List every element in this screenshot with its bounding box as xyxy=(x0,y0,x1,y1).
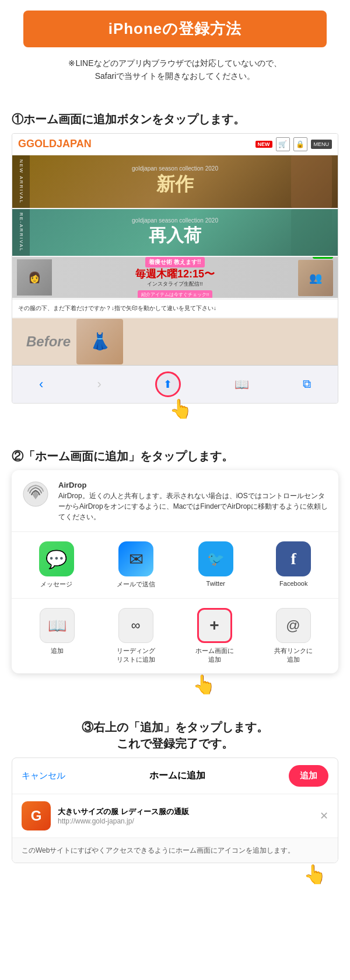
gj-navbar: GGOLDJAPAN NEW 🛒 🔒 MENU xyxy=(12,134,338,155)
mail-app-icon: ✉ xyxy=(118,541,153,576)
step3-label: ③右上の「追加」をタップします。 これで登録完了です。 xyxy=(12,719,338,752)
twitter-app-icon: 🐦 xyxy=(198,541,233,576)
safari-bookmarks-btn[interactable]: 📖 xyxy=(235,377,249,391)
safari-back-btn[interactable]: ‹ xyxy=(39,377,43,392)
mail-label: メールで送信 xyxy=(117,580,155,589)
live-left-img: 👩 xyxy=(17,259,52,296)
notice: ※LINEなどのアプリ内ブラウザでは対応していないので、 Safariで当サイト… xyxy=(12,57,338,83)
app-info-row: G 大きいサイズの服 レディース服の通販 http://www.gold-jap… xyxy=(12,794,338,838)
add-description: このWebサイトにすばやくアクセスできるようにホーム画面にアイコンを追加します。 xyxy=(12,838,338,863)
app-name: 大きいサイズの服 レディース服の通販 xyxy=(58,807,313,817)
notice-line2: Safariで当サイトを開きなおしてください。 xyxy=(12,69,338,82)
app-info-icon: G xyxy=(22,801,51,830)
add-icon: 📖 xyxy=(40,608,75,643)
messages-label: メッセージ xyxy=(40,580,72,589)
gj-logo: GGOLDJAPAN xyxy=(18,138,92,150)
step1-label: ①ホーム画面に追加ボタンをタップします。 xyxy=(12,111,338,127)
add-to-home-panel: キャンセル ホームに追加 追加 G 大きいサイズの服 レディース服の通販 htt… xyxy=(12,757,338,863)
airdrop-row: AirDrop AirDrop。近くの人と共有します。表示されない場合は、iOS… xyxy=(12,470,338,533)
app-info-text: 大きいサイズの服 レディース服の通販 http://www.gold-japan… xyxy=(58,807,313,825)
copy-link-icon: @ xyxy=(276,608,311,643)
cart-icon: 🛒 xyxy=(276,137,290,151)
facebook-label: Facebook xyxy=(279,580,307,587)
share-app-facebook[interactable]: f Facebook xyxy=(276,541,311,587)
share-app-messages[interactable]: 💬 メッセージ xyxy=(39,541,74,589)
tap-cursor-3: 👆 xyxy=(303,864,327,885)
share-icon[interactable]: ⬆ xyxy=(163,378,172,391)
add-header-row: キャンセル ホームに追加 追加 xyxy=(12,758,338,794)
text-bar: その服の下、まだ下着だけですか？↓指で矢印を動かして違いを見て下さい↓ xyxy=(12,299,338,317)
share-app-twitter[interactable]: 🐦 Twitter xyxy=(198,541,233,587)
home-screen-icon: + xyxy=(197,608,232,643)
airdrop-text: AirDrop AirDrop。近くの人と共有します。表示されない場合は、iOS… xyxy=(58,479,329,523)
reading-list-icon: ∞ xyxy=(118,608,153,643)
add-screen-title: ホームに追加 xyxy=(149,770,205,782)
notice-line1: ※LINEなどのアプリ内ブラウザでは対応していないので、 xyxy=(12,57,338,69)
facebook-app-icon: f xyxy=(276,541,311,576)
share-app-mail[interactable]: ✉ メールで送信 xyxy=(117,541,155,589)
step1-screenshot: GGOLDJAPAN NEW 🛒 🔒 MENU NEW ARRIVAL gold… xyxy=(12,133,338,404)
gj-nav-icons: NEW 🛒 🔒 MENU xyxy=(256,137,332,151)
tap-cursor-2: 👆 xyxy=(192,674,216,695)
share-actions-row: 📖 追加 ∞ リーディングリストに追加 + ホーム画面に追加 @ 共有リンクに追… xyxy=(12,599,338,673)
page-title: iPhoneの登録方法 xyxy=(35,19,315,39)
lock-icon: 🔒 xyxy=(293,137,307,151)
remove-icon[interactable]: ✕ xyxy=(320,809,328,822)
new-badge: NEW xyxy=(256,141,272,148)
banner-restock: RE-ARRIVAL goldjapan season collection 2… xyxy=(12,209,338,256)
cancel-button[interactable]: キャンセル xyxy=(22,770,65,781)
safari-share-btn[interactable]: ⬆ xyxy=(155,371,181,397)
messages-app-icon: 💬 xyxy=(39,541,74,576)
safari-forward-btn[interactable]: › xyxy=(97,377,101,392)
add-label: 追加 xyxy=(51,647,64,655)
banner-new: NEW ARRIVAL goldjapan season collection … xyxy=(12,155,338,208)
action-add[interactable]: 📖 追加 xyxy=(37,608,78,655)
live-center: 着痩せ術 教えます!! 毎週木曜12:15〜 インスタライブ生配信!! 紹介アイ… xyxy=(54,257,296,298)
action-reading-list[interactable]: ∞ リーディングリストに追加 xyxy=(116,608,156,664)
airdrop-icon xyxy=(21,479,50,509)
action-home-screen[interactable]: + ホーム画面に追加 xyxy=(194,608,235,664)
reading-list-label: リーディングリストに追加 xyxy=(116,647,156,664)
tap-cursor-1: 👆 xyxy=(169,398,192,419)
share-panel: AirDrop AirDrop。近くの人と共有します。表示されない場合は、iOS… xyxy=(12,470,338,674)
menu-btn[interactable]: MENU xyxy=(311,140,332,149)
share-apps-row: 💬 メッセージ ✉ メールで送信 🐦 Twitter f Facebook xyxy=(12,532,338,599)
app-url: http://www.gold-japan.jp/ xyxy=(58,817,313,825)
twitter-label: Twitter xyxy=(206,580,225,587)
action-copy-link[interactable]: @ 共有リンクに追加 xyxy=(273,608,314,664)
step2-label: ②「ホーム画面に追加」をタップします。 xyxy=(12,448,338,464)
home-screen-label: ホーム画面に追加 xyxy=(194,647,235,664)
safari-tabs-btn[interactable]: ⧉ xyxy=(303,377,311,391)
copy-link-label: 共有リンクに追加 xyxy=(273,647,314,664)
live-banner: 👩 着痩せ術 教えます!! 毎週木曜12:15〜 インスタライブ生配信!! 紹介… xyxy=(12,257,338,298)
add-button[interactable]: 追加 xyxy=(289,765,328,787)
before-banner: Before 👗 xyxy=(12,318,338,365)
page-header: iPhoneの登録方法 xyxy=(23,11,327,47)
